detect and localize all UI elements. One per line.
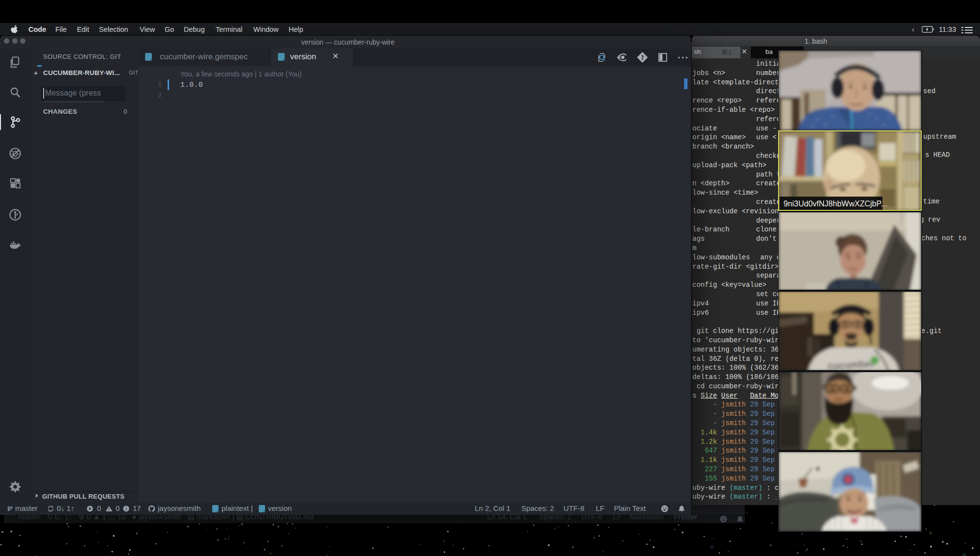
svg-text:9ni3Ud0vfNJ8hbWwXZCjbP...: 9ni3Ud0vfNJ8hbWwXZCjbP... — [784, 200, 887, 208]
